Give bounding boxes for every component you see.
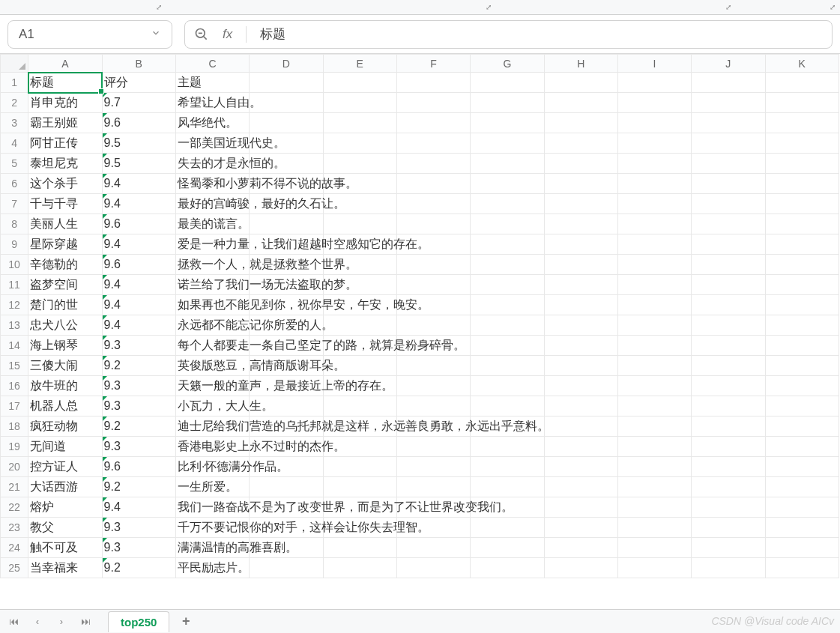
cell[interactable] bbox=[323, 234, 396, 255]
cell[interactable] bbox=[396, 558, 470, 578]
last-sheet-button[interactable]: ⏭ bbox=[76, 613, 94, 631]
cell[interactable] bbox=[692, 356, 765, 376]
cell[interactable] bbox=[323, 154, 396, 174]
cell-c[interactable]: 如果再也不能见到你，祝你早安，午安，晚安。 bbox=[175, 295, 249, 315]
chevron-down-icon[interactable] bbox=[151, 28, 161, 40]
cell-b[interactable]: 9.2 bbox=[102, 477, 175, 497]
cell[interactable] bbox=[544, 174, 617, 194]
cell-c[interactable]: 满满温情的高雅喜剧。 bbox=[175, 538, 249, 558]
cell-b[interactable]: 9.4 bbox=[102, 295, 175, 315]
cell[interactable] bbox=[692, 457, 765, 477]
cell-b[interactable]: 9.3 bbox=[102, 376, 175, 396]
cell[interactable] bbox=[544, 315, 617, 336]
cell-a[interactable]: 霸王别姬 bbox=[28, 113, 102, 133]
cell[interactable] bbox=[471, 275, 544, 295]
zoom-icon[interactable] bbox=[194, 27, 209, 42]
cell[interactable] bbox=[765, 457, 839, 477]
cell[interactable] bbox=[250, 214, 323, 234]
cell[interactable] bbox=[692, 477, 765, 497]
cell[interactable] bbox=[396, 457, 470, 477]
cell[interactable] bbox=[323, 497, 396, 518]
cell-c[interactable]: 英俊版憨豆，高情商版谢耳朵。 bbox=[175, 356, 249, 376]
cell[interactable] bbox=[765, 93, 839, 113]
cell[interactable] bbox=[692, 315, 765, 336]
cell[interactable] bbox=[765, 396, 839, 417]
cell[interactable] bbox=[396, 275, 470, 295]
cell-a[interactable]: 肖申克的 bbox=[28, 93, 102, 113]
cell-a[interactable]: 疯狂动物 bbox=[28, 417, 102, 437]
cell[interactable] bbox=[692, 396, 765, 417]
cell-c[interactable]: 诺兰给了我们一场无法盗取的梦。 bbox=[175, 275, 249, 295]
cell[interactable] bbox=[617, 315, 691, 336]
sheet-tab-active[interactable]: top250 bbox=[108, 611, 169, 632]
cell[interactable] bbox=[544, 518, 617, 538]
cell[interactable] bbox=[471, 93, 544, 113]
cell[interactable] bbox=[617, 113, 691, 133]
column-header-A[interactable]: A bbox=[28, 55, 102, 73]
formula-bar[interactable]: fx 标题 bbox=[184, 20, 833, 49]
cell[interactable] bbox=[323, 538, 396, 558]
cell[interactable] bbox=[396, 356, 470, 376]
cell[interactable] bbox=[250, 194, 323, 214]
cell[interactable] bbox=[617, 497, 691, 518]
cell[interactable] bbox=[323, 518, 396, 538]
cell[interactable] bbox=[765, 538, 839, 558]
cell-c[interactable]: 永远都不能忘记你所爱的人。 bbox=[175, 315, 249, 336]
ribbon-expand-icon[interactable]: ⤢ bbox=[166, 0, 496, 14]
cell[interactable] bbox=[323, 295, 396, 315]
cell[interactable] bbox=[396, 417, 470, 437]
cell-a[interactable]: 放牛班的 bbox=[28, 376, 102, 396]
cell[interactable] bbox=[396, 477, 470, 497]
cell[interactable] bbox=[692, 376, 765, 396]
row-header[interactable]: 3 bbox=[1, 113, 28, 133]
cell[interactable] bbox=[765, 477, 839, 497]
cell[interactable] bbox=[471, 417, 544, 437]
cell[interactable] bbox=[396, 133, 470, 154]
cell[interactable] bbox=[323, 437, 396, 457]
cell[interactable] bbox=[765, 214, 839, 234]
cell[interactable] bbox=[765, 356, 839, 376]
cell[interactable] bbox=[617, 477, 691, 497]
cell[interactable] bbox=[765, 497, 839, 518]
column-header-C[interactable]: C bbox=[175, 55, 249, 73]
cell[interactable] bbox=[765, 275, 839, 295]
cell-a[interactable]: 忠犬八公 bbox=[28, 315, 102, 336]
cell[interactable] bbox=[250, 133, 323, 154]
cell[interactable] bbox=[692, 437, 765, 457]
column-header-E[interactable]: E bbox=[323, 55, 396, 73]
cell-b[interactable]: 9.4 bbox=[102, 194, 175, 214]
row-header[interactable]: 1 bbox=[1, 73, 28, 93]
cell[interactable] bbox=[471, 376, 544, 396]
row-header[interactable]: 2 bbox=[1, 93, 28, 113]
cell[interactable] bbox=[471, 497, 544, 518]
cell[interactable] bbox=[471, 457, 544, 477]
cell-b[interactable]: 9.4 bbox=[102, 315, 175, 336]
cell-b[interactable]: 评分 bbox=[102, 73, 175, 93]
cell-b[interactable]: 9.4 bbox=[102, 497, 175, 518]
cell[interactable] bbox=[396, 497, 470, 518]
cell[interactable] bbox=[250, 336, 323, 356]
cell[interactable] bbox=[323, 93, 396, 113]
cell[interactable] bbox=[617, 214, 691, 234]
cell[interactable] bbox=[471, 73, 544, 93]
cell[interactable] bbox=[544, 376, 617, 396]
cell[interactable] bbox=[250, 558, 323, 578]
cell[interactable] bbox=[544, 356, 617, 376]
cell[interactable] bbox=[617, 93, 691, 113]
cell[interactable] bbox=[544, 93, 617, 113]
cell-a[interactable]: 美丽人生 bbox=[28, 214, 102, 234]
cell[interactable] bbox=[617, 194, 691, 214]
cell[interactable] bbox=[544, 497, 617, 518]
cell-b[interactable]: 9.2 bbox=[102, 417, 175, 437]
cell[interactable] bbox=[471, 174, 544, 194]
ribbon-expand-icon[interactable]: ⤢ bbox=[0, 0, 166, 14]
cell[interactable] bbox=[396, 295, 470, 315]
cell-c[interactable]: 我们一路奋战不是为了改变世界，而是为了不让世界改变我们。 bbox=[175, 497, 249, 518]
cell[interactable] bbox=[250, 437, 323, 457]
cell-c[interactable]: 千万不要记恨你的对手，这样会让你失去理智。 bbox=[175, 518, 249, 538]
cell[interactable] bbox=[250, 113, 323, 133]
cell[interactable] bbox=[323, 255, 396, 275]
cell-b[interactable]: 9.4 bbox=[102, 174, 175, 194]
cell[interactable] bbox=[765, 376, 839, 396]
cell[interactable] bbox=[544, 133, 617, 154]
